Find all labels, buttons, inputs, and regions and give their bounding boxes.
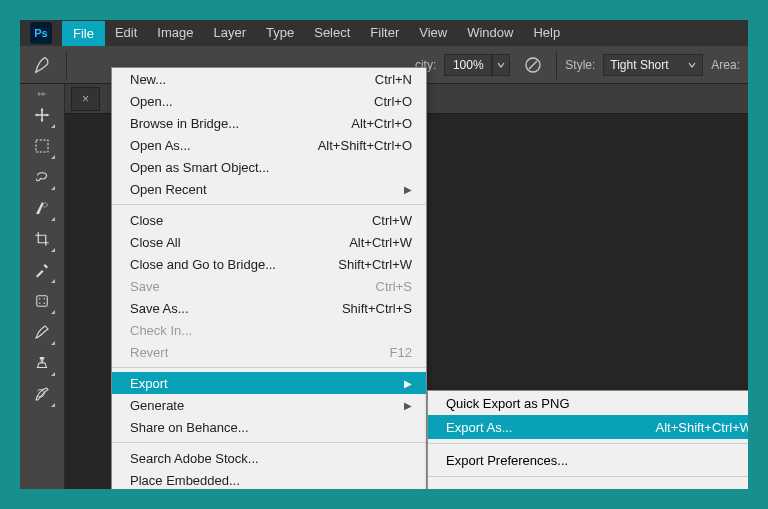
panel-expand-handle[interactable]: ▸▸ <box>27 88 57 98</box>
menu-item-label: Check In... <box>130 323 192 338</box>
menu-item-label: Open... <box>130 94 173 109</box>
healing-brush-tool[interactable] <box>28 287 56 315</box>
menu-type[interactable]: Type <box>256 21 304 46</box>
menu-layer[interactable]: Layer <box>204 21 257 46</box>
menu-item-shortcut: ▶ <box>404 400 412 411</box>
menu-item-shortcut: Shift+Ctrl+S <box>342 301 412 316</box>
menu-item-label: Save for Web (Legacy)... <box>446 486 590 490</box>
file-menu-item-browse-in-bridge[interactable]: Browse in Bridge...Alt+Ctrl+O <box>112 112 426 134</box>
style-label: Style: <box>565 58 595 72</box>
menu-item-label: Export Preferences... <box>446 453 568 468</box>
menu-item-label: Search Adobe Stock... <box>130 451 259 466</box>
quick-selection-tool[interactable] <box>28 194 56 222</box>
menu-item-label: New... <box>130 72 166 87</box>
svg-text:Ps: Ps <box>34 27 47 39</box>
menu-separator <box>112 204 426 205</box>
svg-point-6 <box>39 298 41 300</box>
current-tool-icon[interactable] <box>28 51 58 79</box>
svg-point-8 <box>39 303 41 305</box>
brush-tool[interactable] <box>28 318 56 346</box>
separator <box>556 51 557 79</box>
menu-item-label: Save As... <box>130 301 189 316</box>
svg-point-4 <box>43 203 48 208</box>
close-tab-icon[interactable]: × <box>82 92 89 106</box>
crop-tool[interactable] <box>28 225 56 253</box>
file-menu-item-open[interactable]: Open...Ctrl+O <box>112 90 426 112</box>
file-menu-item-open-as-smart-object[interactable]: Open as Smart Object... <box>112 156 426 178</box>
menu-item-shortcut: Alt+Ctrl+W <box>349 235 412 250</box>
menu-filter[interactable]: Filter <box>360 21 409 46</box>
rectangular-marquee-tool[interactable] <box>28 132 56 160</box>
menubar: Ps FileEditImageLayerTypeSelectFilterVie… <box>20 20 748 46</box>
svg-rect-5 <box>37 296 48 307</box>
svg-rect-3 <box>36 140 48 152</box>
photoshop-logo-icon: Ps <box>30 22 52 44</box>
menu-window[interactable]: Window <box>457 21 523 46</box>
document-tab[interactable]: × <box>71 87 100 111</box>
file-menu-item-open-as[interactable]: Open As...Alt+Shift+Ctrl+O <box>112 134 426 156</box>
separator <box>66 51 67 79</box>
menu-view[interactable]: View <box>409 21 457 46</box>
menu-item-label: Export As... <box>446 420 512 435</box>
tools-panel: ▸▸ <box>20 84 65 489</box>
app-window: Ps FileEditImageLayerTypeSelectFilterVie… <box>20 20 748 489</box>
export-submenu-item-save-for-web-legacy[interactable]: Save for Web (Legacy)...Alt+Shift+Ctrl+S <box>428 481 748 489</box>
menu-file[interactable]: File <box>62 21 105 46</box>
file-menu-item-save: SaveCtrl+S <box>112 275 426 297</box>
menu-item-shortcut: Alt+Shift+Ctrl+O <box>318 138 412 153</box>
menu-separator <box>112 367 426 368</box>
menu-item-shortcut: Alt+Shift+Ctrl+W <box>656 420 748 435</box>
file-menu-item-close-and-go-to-bridge[interactable]: Close and Go to Bridge...Shift+Ctrl+W <box>112 253 426 275</box>
svg-rect-10 <box>40 357 45 359</box>
menu-item-shortcut: Alt+Ctrl+O <box>351 116 412 131</box>
menu-help[interactable]: Help <box>523 21 570 46</box>
style-value: Tight Short <box>610 58 668 72</box>
menu-edit[interactable]: Edit <box>105 21 147 46</box>
file-menu-item-new[interactable]: New...Ctrl+N <box>112 68 426 90</box>
tablet-pressure-opacity-icon[interactable] <box>518 51 548 79</box>
export-submenu-item-quick-export-as-png[interactable]: Quick Export as PNG <box>428 391 748 415</box>
menu-item-label: Close <box>130 213 163 228</box>
export-submenu-item-export-as[interactable]: Export As...Alt+Shift+Ctrl+W <box>428 415 748 439</box>
menu-item-label: Quick Export as PNG <box>446 396 570 411</box>
menu-item-label: Open Recent <box>130 182 207 197</box>
menu-item-shortcut: ▶ <box>404 378 412 389</box>
style-select[interactable]: Tight Short <box>603 54 703 76</box>
menu-separator <box>428 476 748 477</box>
menu-item-label: Place Embedded... <box>130 473 240 488</box>
menu-item-shortcut: ▶ <box>404 184 412 195</box>
move-tool[interactable] <box>28 101 56 129</box>
history-brush-tool[interactable] <box>28 380 56 408</box>
menu-item-shortcut: Ctrl+S <box>376 279 412 294</box>
menu-item-label: Revert <box>130 345 168 360</box>
area-label: Area: <box>711 58 740 72</box>
lasso-tool[interactable] <box>28 163 56 191</box>
menu-select[interactable]: Select <box>304 21 360 46</box>
file-menu-item-close-all[interactable]: Close AllAlt+Ctrl+W <box>112 231 426 253</box>
menu-item-shortcut: F12 <box>390 345 412 360</box>
eyedropper-tool[interactable] <box>28 256 56 284</box>
file-menu-item-close[interactable]: CloseCtrl+W <box>112 209 426 231</box>
file-menu-dropdown: New...Ctrl+NOpen...Ctrl+OBrowse in Bridg… <box>111 67 427 489</box>
menu-item-label: Generate <box>130 398 184 413</box>
file-menu-item-save-as[interactable]: Save As...Shift+Ctrl+S <box>112 297 426 319</box>
file-menu-item-place-embedded[interactable]: Place Embedded... <box>112 469 426 489</box>
file-menu-item-search-adobe-stock[interactable]: Search Adobe Stock... <box>112 447 426 469</box>
clone-stamp-tool[interactable] <box>28 349 56 377</box>
file-menu-item-open-recent[interactable]: Open Recent▶ <box>112 178 426 200</box>
file-menu-item-generate[interactable]: Generate▶ <box>112 394 426 416</box>
menu-separator <box>428 443 748 444</box>
menu-item-shortcut: Shift+Ctrl+W <box>338 257 412 272</box>
menu-image[interactable]: Image <box>147 21 203 46</box>
export-submenu-item-export-preferences[interactable]: Export Preferences... <box>428 448 748 472</box>
menu-item-label: Share on Behance... <box>130 420 249 435</box>
menu-item-shortcut: Ctrl+O <box>374 94 412 109</box>
file-menu-item-check-in: Check In... <box>112 319 426 341</box>
svg-point-9 <box>44 303 46 305</box>
menu-item-label: Open as Smart Object... <box>130 160 269 175</box>
opacity-field[interactable]: 100% <box>444 54 492 76</box>
opacity-dropdown-button[interactable] <box>492 54 510 76</box>
file-menu-item-share-on-behance[interactable]: Share on Behance... <box>112 416 426 438</box>
menu-item-label: Export <box>130 376 168 391</box>
file-menu-item-export[interactable]: Export▶ <box>112 372 426 394</box>
